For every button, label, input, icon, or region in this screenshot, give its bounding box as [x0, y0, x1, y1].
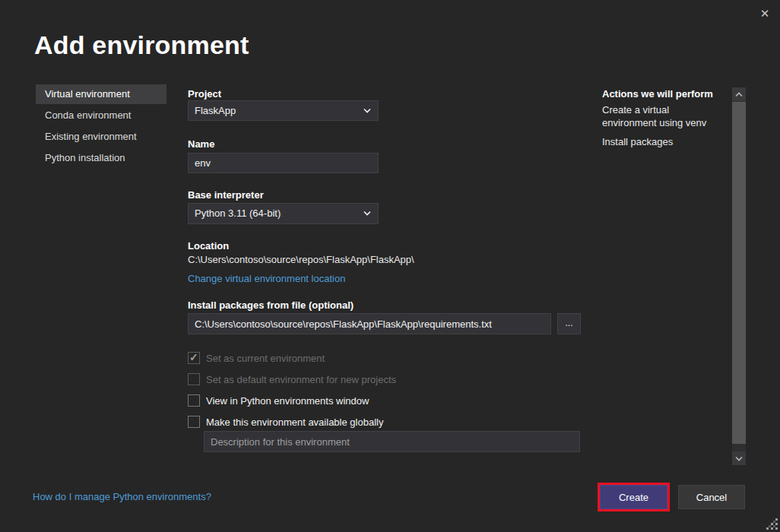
chevron-down-icon: [363, 211, 371, 216]
manage-environments-help-link[interactable]: How do I manage Python environments?: [33, 491, 211, 502]
name-input[interactable]: [188, 153, 379, 173]
scroll-up-icon[interactable]: [732, 87, 746, 101]
location-path: C:\Users\contoso\source\repos\FlaskApp\F…: [188, 254, 414, 265]
checkbox-icon: [188, 352, 200, 364]
base-interpreter-dropdown[interactable]: Python 3.11 (64-bit): [188, 203, 379, 224]
sidebar-item-existing-environment[interactable]: Existing environment: [36, 127, 166, 147]
description-input[interactable]: [204, 431, 580, 452]
chevron-down-icon: [363, 108, 371, 113]
project-label: Project: [188, 88, 221, 100]
checkbox-label: Make this environment available globally: [206, 416, 383, 428]
action-item: Install packages: [602, 135, 724, 148]
environment-type-list: Virtual environment Conda environment Ex…: [36, 84, 166, 169]
scrollbar-thumb[interactable]: [732, 102, 746, 444]
base-interpreter-dropdown-value: Python 3.11 (64-bit): [195, 207, 281, 219]
vertical-scrollbar[interactable]: [732, 87, 746, 465]
checkbox-label: Set as current environment: [206, 353, 325, 364]
dialog-title: Add environment: [34, 30, 249, 60]
checkbox-label: Set as default environment for new proje…: [206, 374, 396, 385]
actions-panel: Actions we will perform Create a virtual…: [602, 88, 724, 148]
checkbox-set-as-default-environment[interactable]: Set as default environment for new proje…: [188, 373, 396, 385]
sidebar-item-conda-environment[interactable]: Conda environment: [36, 106, 166, 125]
checkbox-icon: [188, 373, 200, 385]
sidebar-item-python-installation[interactable]: Python installation: [36, 148, 166, 168]
project-dropdown[interactable]: FlaskApp: [188, 100, 379, 121]
checkbox-icon: [188, 394, 200, 407]
actions-panel-title: Actions we will perform: [602, 88, 724, 100]
checkbox-icon: [188, 416, 200, 428]
install-packages-label: Install packages from file (optional): [188, 299, 354, 311]
location-label: Location: [188, 240, 229, 252]
red-highlight-annotation: Create: [598, 483, 670, 511]
install-packages-input[interactable]: [188, 313, 551, 334]
cancel-button[interactable]: Cancel: [678, 485, 745, 509]
change-location-link[interactable]: Change virtual environment location: [188, 273, 345, 284]
checkbox-set-as-current-environment[interactable]: Set as current environment: [188, 352, 325, 364]
sidebar-item-virtual-environment[interactable]: Virtual environment: [36, 84, 166, 104]
checkbox-label: View in Python environments window: [206, 395, 369, 407]
scroll-down-icon[interactable]: [732, 451, 746, 465]
checkbox-make-available-globally[interactable]: Make this environment available globally: [188, 416, 383, 428]
close-icon[interactable]: ✕: [756, 5, 774, 23]
base-interpreter-label: Base interpreter: [188, 189, 264, 201]
project-dropdown-value: FlaskApp: [195, 105, 236, 116]
action-item: Create a virtual environment using venv: [602, 103, 724, 129]
create-button[interactable]: Create: [600, 485, 667, 509]
add-environment-dialog: ✕ Add environment Virtual environment Co…: [0, 0, 780, 532]
browse-button[interactable]: ...: [557, 313, 581, 334]
checkbox-view-in-python-environments[interactable]: View in Python environments window: [188, 394, 369, 407]
resize-grip-icon[interactable]: [766, 518, 778, 530]
name-label: Name: [188, 138, 214, 150]
